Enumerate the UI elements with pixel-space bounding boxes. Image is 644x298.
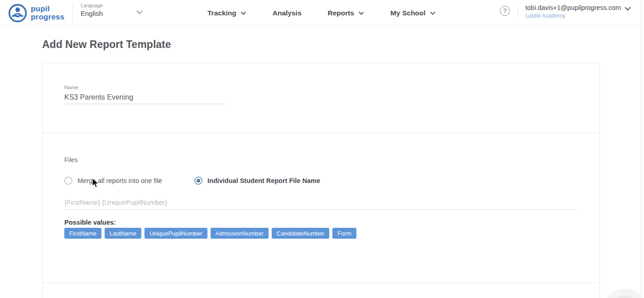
radio-merge-all-reports[interactable]: Merge all reports into one file bbox=[64, 177, 162, 185]
user-chevron-down-icon[interactable] bbox=[624, 6, 631, 11]
language-chevron-down-icon[interactable] bbox=[136, 10, 143, 14]
nav-analysis[interactable]: Analysis bbox=[273, 9, 302, 17]
header-divider bbox=[518, 5, 518, 20]
name-field-label: Name bbox=[64, 85, 78, 90]
user-email: tobi.davis+1@pupilprogress.com bbox=[525, 4, 621, 11]
app-header: pupil progress Language English Tracking… bbox=[0, 0, 644, 26]
chip-form[interactable]: Form bbox=[332, 228, 356, 239]
files-radio-group: Merge all reports into one file Individu… bbox=[64, 177, 320, 185]
main-nav: Tracking Analysis Reports My School bbox=[207, 0, 436, 26]
help-icon[interactable]: ? bbox=[500, 6, 510, 16]
report-template-card: Name Files Merge all reports into one fi… bbox=[42, 62, 600, 298]
section-divider bbox=[43, 133, 600, 133]
logo[interactable]: pupil progress bbox=[8, 4, 64, 23]
possible-values-chips: FirstName LastName UniquePupilNumber Adm… bbox=[64, 228, 356, 239]
name-input[interactable] bbox=[64, 91, 226, 104]
radio-selected-icon[interactable] bbox=[194, 177, 202, 185]
chevron-down-icon bbox=[240, 11, 246, 15]
pupil-progress-logo-icon bbox=[8, 4, 27, 23]
chat-widget-ring bbox=[611, 296, 639, 298]
user-school-link[interactable]: Liddle Academy bbox=[525, 13, 621, 19]
chevron-down-icon bbox=[358, 11, 364, 15]
page-title: Add New Report Template bbox=[42, 38, 171, 51]
filename-pattern-input[interactable] bbox=[64, 195, 578, 210]
language-selector[interactable]: Language English bbox=[81, 3, 103, 17]
section-divider bbox=[43, 283, 600, 283]
chip-admissionnumber[interactable]: AdmissionNumber bbox=[211, 228, 269, 239]
chip-firstname[interactable]: FirstName bbox=[64, 228, 101, 239]
nav-tracking[interactable]: Tracking bbox=[207, 9, 246, 17]
radio-individual-file-name[interactable]: Individual Student Report File Name bbox=[194, 177, 320, 185]
chip-uniquepupilnumber[interactable]: UniquePupilNumber bbox=[144, 228, 207, 239]
language-value: English bbox=[81, 10, 103, 17]
nav-my-school[interactable]: My School bbox=[390, 9, 436, 17]
files-section-label: Files bbox=[64, 156, 78, 163]
language-label: Language bbox=[81, 3, 103, 8]
scrollbar-track[interactable] bbox=[641, 0, 644, 298]
chevron-down-icon bbox=[430, 11, 436, 15]
chat-widget-launcher[interactable] bbox=[604, 288, 644, 298]
chip-candidatenumber[interactable]: CandidateNumber bbox=[272, 228, 330, 239]
logo-text: pupil progress bbox=[31, 5, 64, 21]
radio-unselected-icon[interactable] bbox=[64, 177, 72, 185]
user-menu[interactable]: tobi.davis+1@pupilprogress.com Liddle Ac… bbox=[525, 4, 621, 19]
nav-reports[interactable]: Reports bbox=[328, 9, 365, 17]
possible-values-label: Possible values: bbox=[64, 219, 116, 226]
chip-lastname[interactable]: LastName bbox=[105, 228, 141, 239]
header-divider bbox=[72, 4, 73, 22]
